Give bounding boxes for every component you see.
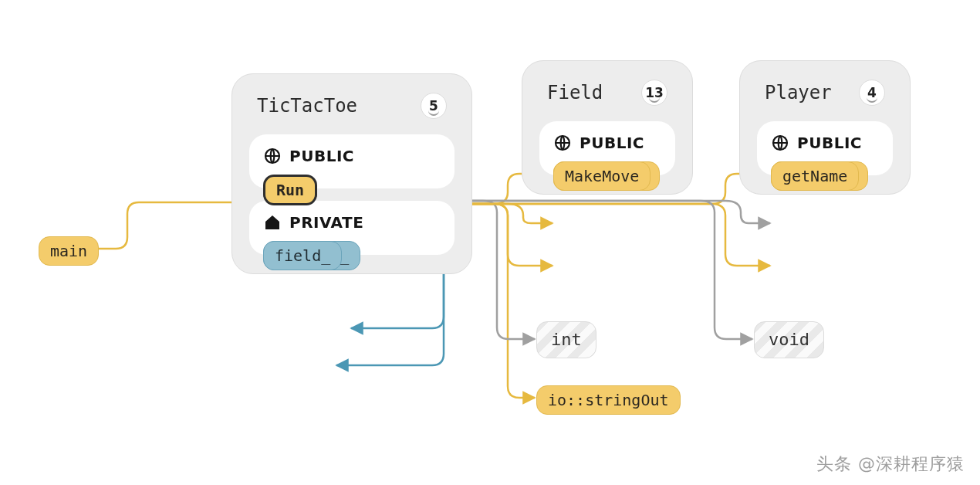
class-tictactoe[interactable]: TicTacToe 5 PUBLIC Run PRIVATE players_ [231, 73, 472, 274]
class-player-count[interactable]: 4 [859, 80, 885, 106]
method-getname-label: getName [782, 167, 847, 185]
class-player[interactable]: Player 4 PUBLIC Turn getToken getName [739, 60, 911, 195]
method-makemove[interactable]: MakeMove [553, 161, 651, 191]
type-int-label: int [551, 330, 582, 350]
watermark: 头条 @深耕程序猿 [816, 453, 965, 476]
class-field[interactable]: Field 13 PUBLIC Show SameInRow MakeMove [522, 60, 693, 195]
class-field-name: Field [547, 82, 603, 103]
type-void[interactable]: void [754, 321, 824, 358]
type-int[interactable]: int [536, 321, 596, 358]
method-run[interactable]: Run [263, 175, 317, 205]
member-field[interactable]: field_ [263, 241, 342, 270]
private-label: PRIVATE [289, 213, 363, 232]
method-makemove-label: MakeMove [565, 167, 639, 185]
entry-main-label: main [50, 242, 87, 260]
public-label: PUBLIC [289, 147, 354, 165]
type-void-label: void [769, 330, 809, 350]
class-field-header: Field 13 [539, 78, 675, 117]
public-label: PUBLIC [580, 134, 644, 152]
class-player-header: Player 4 [757, 78, 893, 117]
public-label: PUBLIC [797, 134, 862, 152]
globe-icon [771, 134, 789, 152]
tictactoe-public-section: PUBLIC Run [249, 134, 455, 188]
home-icon [263, 213, 282, 232]
tictactoe-private-section: PRIVATE players_ field_ [249, 201, 455, 255]
fn-stringout[interactable]: io::stringOut [536, 385, 681, 415]
entry-main[interactable]: main [39, 236, 99, 266]
player-public-section: PUBLIC Turn getToken getName [757, 121, 893, 175]
class-tictactoe-header: TicTacToe 5 [249, 91, 455, 130]
globe-icon [553, 134, 572, 152]
class-tictactoe-count[interactable]: 5 [421, 93, 447, 119]
method-getname[interactable]: getName [771, 161, 859, 191]
field-public-section: PUBLIC Show SameInRow MakeMove [539, 121, 675, 175]
fn-stringout-label: io::stringOut [548, 391, 669, 409]
globe-icon [263, 147, 282, 165]
class-field-count[interactable]: 13 [641, 80, 667, 106]
member-field-label: field_ [275, 246, 330, 265]
class-player-name: Player [765, 82, 832, 103]
class-tictactoe-name: TicTacToe [257, 95, 357, 117]
method-run-label: Run [276, 181, 304, 199]
